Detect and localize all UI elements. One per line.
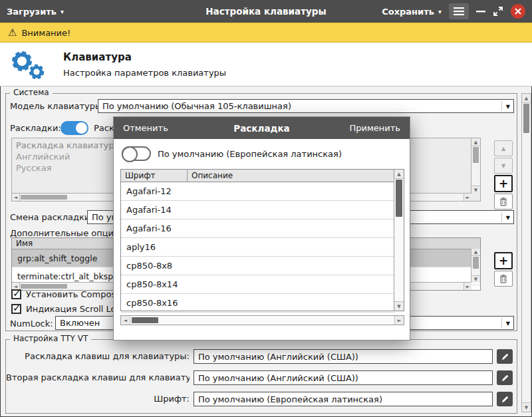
scroll-up-arrow[interactable]: ▲ [522,94,531,103]
tty-keymap2-field[interactable]: По умолчанию (Английский (США)) [194,370,493,385]
keyboard-model-combobox[interactable]: По умолчанию (Обычная 105-клавишная) [98,99,514,113]
layouts-label: Раскладки: [10,123,61,133]
page-subtitle: Настройка параметров клавиатуры [63,68,226,78]
compose-checkbox-label: Установить Compose [26,289,120,299]
scroll-right-arrow[interactable]: ► [394,316,404,325]
warning-icon [8,27,17,39]
save-menu-button[interactable]: Сохранить [382,0,442,23]
scroll-up-arrow[interactable]: ▲ [471,249,480,256]
scroll-up-arrow[interactable]: ▲ [471,138,480,146]
scroll-thumb[interactable] [473,257,479,269]
hamburger-icon [454,7,464,15]
default-font-toggle-label: По умолчанию (Европейская латинская) [158,149,342,159]
dialog-cancel-button[interactable]: Отменить [123,123,168,133]
tty-keymap2-label: Вторая раскладка клавиш для клавиатуры: [6,372,190,382]
pencil-icon [501,374,509,382]
scroll-thumb[interactable] [396,180,402,217]
column-header-description[interactable]: Описание [188,170,404,182]
scroll-up-arrow[interactable]: ▲ [394,170,404,179]
column-header-font[interactable]: Шрифт [121,170,188,182]
table-row[interactable]: Agafari-14 [121,201,395,219]
keyboard-model-value: По умолчанию (Обычная 105-клавишная) [102,101,291,111]
warning-banner: Внимание! [0,23,532,43]
table-row[interactable]: Agafari-12 [121,182,395,201]
compose-checkbox[interactable] [11,289,21,299]
table-row[interactable]: cp850-8x16 [121,294,395,313]
default-font-toggle[interactable] [122,146,151,161]
scroll-right-arrow[interactable]: ► [464,283,471,290]
edit-keymap2-button[interactable] [497,370,513,385]
options-vscrollbar[interactable]: ▲ ▼ [471,249,480,283]
scroll-down-arrow[interactable]: ▼ [522,402,531,412]
font-table-vscrollbar[interactable]: ▲ ▼ [394,170,404,311]
scroll-thumb[interactable] [523,104,529,133]
delete-layout-button[interactable] [494,194,513,209]
minimize-button[interactable] [476,10,485,13]
close-button[interactable] [511,4,525,19]
tty-legend: Настройка TTY VT [10,334,91,343]
scroll-thumb[interactable] [21,284,67,289]
tty-keymap-value: По умолчанию (Английский (США)) [198,352,358,362]
pencil-icon [501,352,509,361]
main-vscrollbar[interactable]: ▲ ▼ [521,93,531,412]
titlebar-actions: Сохранить [382,0,525,23]
numlock-value: Включен [60,318,100,328]
numlock-label: NumLock: [10,319,53,329]
system-legend: Система [10,88,53,97]
scrolllock-checkbox-label: Индикация Scroll Lock [26,304,120,314]
minimize-icon [476,10,485,13]
keyboard-model-label: Модель клавиатуры: [10,101,105,111]
scroll-down-arrow[interactable]: ▼ [471,186,480,194]
expand-icon [493,6,503,17]
table-row[interactable]: cp850-8x14 [121,275,395,294]
page-header: Клавиатура Настройка параметров клавиату… [0,43,532,86]
scrolllock-checkbox[interactable] [11,304,21,314]
scroll-left-arrow[interactable]: ◄ [121,316,130,325]
edit-font-button[interactable] [497,392,513,406]
load-menu-button[interactable]: Загрузить [7,0,64,23]
font-table: Шрифт Описание Agafari-12 Agafari-14 Aga… [120,169,404,311]
tty-keymap-field[interactable]: По умолчанию (Английский (США)) [194,349,493,364]
edit-keymap-button[interactable] [497,349,513,364]
scroll-left-arrow[interactable]: ◄ [12,194,20,201]
save-menu-label: Сохранить [382,7,434,17]
move-down-button[interactable]: ▼ [494,158,513,174]
page-title: Клавиатура [63,51,132,63]
move-up-button[interactable]: ▲ [494,140,513,156]
scroll-down-arrow[interactable]: ▼ [471,275,480,283]
table-row[interactable]: aply16 [121,238,395,257]
font-table-hscrollbar[interactable]: ◄ ► [120,315,404,325]
toggle-knob [122,146,138,162]
scroll-thumb[interactable] [132,317,158,323]
add-option-button[interactable]: + [494,252,513,269]
dialog-apply-button[interactable]: Применить [350,123,400,133]
add-layout-button[interactable]: + [494,175,513,192]
tty-font-label: Шрифт: [6,394,190,404]
trash-icon [499,274,507,283]
warning-text: Внимание! [21,28,70,38]
tty-keymap-label: Раскладка клавиш для клавиатуры: [6,351,190,361]
layouts-list-vscrollbar[interactable]: ▲ ▼ [471,138,480,194]
extra-options-label: Дополнительные опции: [10,228,122,238]
delete-option-button[interactable] [494,271,513,287]
scroll-right-arrow[interactable]: ► [464,194,471,201]
load-menu-label: Загрузить [7,7,57,17]
close-icon [515,8,521,15]
dialog-header: Отменить Раскладка Применить [114,117,410,139]
keyboard-settings-window: Загрузить Настройка клавиатуры Сохранить [0,0,532,417]
toggle-knob [76,122,87,134]
tty-font-value: По умолчанию (Европейская латинская) [198,394,382,404]
layout-switch-label: Смена раскладки: [10,212,93,222]
main-menu-button[interactable] [449,3,469,19]
tty-fieldset: Настройка TTY VT Раскладка клавиш для кл… [5,339,517,414]
font-table-header: Шрифт Описание [121,170,404,182]
scroll-down-arrow[interactable]: ▼ [394,301,404,311]
table-row[interactable]: Agafari-16 [121,219,395,238]
scroll-thumb[interactable] [21,195,67,200]
maximize-button[interactable] [493,6,503,17]
scroll-thumb[interactable] [473,147,479,163]
titlebar: Загрузить Настройка клавиатуры Сохранить [0,0,532,23]
table-row[interactable]: cp850-8x8 [121,257,395,275]
layouts-toggle[interactable] [61,121,88,135]
tty-font-field[interactable]: По умолчанию (Европейская латинская) [194,392,493,406]
